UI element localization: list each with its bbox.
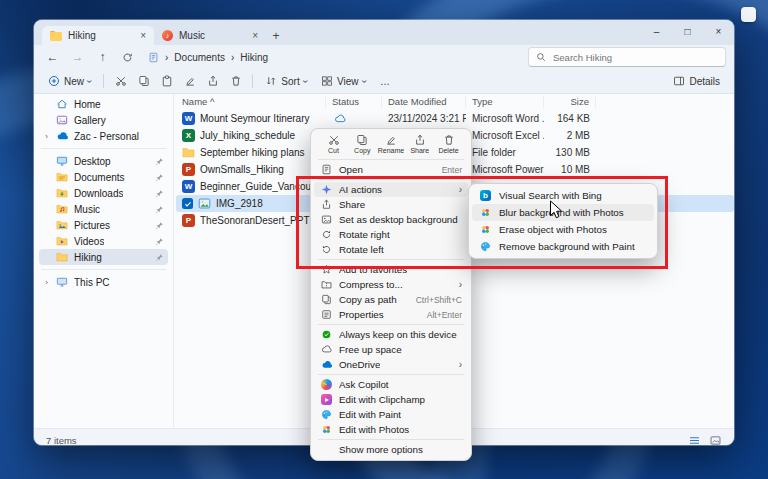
tab-close-icon[interactable]: × — [140, 31, 146, 41]
sidebar-item-home[interactable]: Home — [39, 96, 168, 112]
view-button[interactable]: View › — [315, 73, 372, 89]
sort-button-label: Sort — [281, 76, 299, 87]
file-name: Beginner_Guide_Vancouver — [200, 181, 325, 192]
file-size: 10 MB — [544, 164, 596, 175]
menu-item-compress-to[interactable]: Compress to... › — [314, 277, 468, 292]
menu-item-rotate-left[interactable]: Rotate left — [314, 242, 468, 257]
refresh-icon[interactable] — [117, 47, 138, 67]
this-pc-icon — [55, 276, 69, 288]
properties-icon — [320, 309, 333, 320]
quick-copy-button[interactable]: Copy — [349, 134, 376, 154]
details-pane-button[interactable]: Details — [667, 73, 726, 89]
paste-icon[interactable] — [156, 72, 177, 91]
submenu-item-erase-object-photos[interactable]: Erase object with Photos — [472, 221, 654, 238]
quick-rename-button[interactable]: Rename — [378, 134, 405, 154]
folder-icon — [50, 31, 62, 41]
sidebar-item-gallery[interactable]: Gallery — [39, 112, 168, 128]
new-button[interactable]: New › — [42, 73, 97, 89]
sidebar-item-desktop[interactable]: Desktop — [39, 153, 168, 169]
file-name: July_hiking_schedule — [200, 130, 295, 141]
desktop-icon — [55, 155, 69, 167]
details-view-icon[interactable] — [688, 434, 701, 446]
menu-item-edit-with-clipchamp[interactable]: Edit with Clipchamp — [314, 392, 468, 407]
column-header-name[interactable]: Name ^ — [176, 96, 326, 108]
menu-item-open[interactable]: Open Enter — [314, 162, 468, 177]
breadcrumb-documents[interactable]: Documents — [174, 52, 225, 63]
sidebar-item-label: Home — [74, 99, 101, 110]
sidebar-item-videos[interactable]: Videos — [39, 233, 168, 249]
new-tab-button[interactable]: + — [266, 26, 286, 45]
onedrive-icon — [320, 359, 333, 371]
shortcut: Alt+Enter — [421, 310, 462, 320]
menu-item-onedrive[interactable]: OneDrive › — [314, 357, 468, 372]
submenu-item-blur-background-photos[interactable]: Blur background with Photos — [472, 204, 654, 221]
menu-item-add-to-favorites[interactable]: Add to favorites — [314, 262, 468, 277]
menu-item-share[interactable]: Share — [314, 197, 468, 212]
share-icon — [320, 199, 333, 210]
chevron-right-icon[interactable]: › — [43, 132, 50, 141]
menu-item-set-as-desktop-background[interactable]: Set as desktop background — [314, 212, 468, 227]
large-icons-view-icon[interactable] — [709, 434, 722, 446]
submenu-item-remove-background-paint[interactable]: Remove background with Paint — [472, 238, 654, 255]
open-icon — [320, 164, 333, 175]
forward-icon[interactable]: → — [67, 47, 88, 67]
minimize-button[interactable]: – — [641, 20, 672, 42]
menu-item-properties[interactable]: Properties Alt+Enter — [314, 307, 468, 322]
column-header-size[interactable]: Size — [544, 96, 596, 108]
menu-item-copy-as-path[interactable]: Copy as path Ctrl+Shift+C — [314, 292, 468, 307]
quick-share-button[interactable]: Share — [406, 134, 433, 154]
tab-label: Music — [179, 30, 205, 41]
sidebar-item-documents[interactable]: Documents — [39, 169, 168, 185]
checkbox-checked-icon[interactable] — [182, 198, 193, 209]
tab-close-icon[interactable]: × — [252, 31, 258, 41]
cut-icon[interactable] — [110, 72, 131, 91]
sidebar-item-this-pc[interactable]: › This PC — [39, 274, 168, 290]
column-header-status[interactable]: Status — [326, 96, 382, 108]
sidebar-item-label: Music — [74, 204, 100, 215]
maximize-button[interactable]: □ — [672, 20, 703, 42]
quick-delete-button[interactable]: Delete — [435, 134, 462, 154]
delete-icon[interactable] — [225, 72, 246, 91]
sidebar-item-music[interactable]: Music — [39, 201, 168, 217]
sidebar-item-hiking[interactable]: Hiking — [39, 249, 168, 265]
sort-button[interactable]: Sort › — [259, 73, 313, 89]
tab-music[interactable]: ♪ Music × — [154, 26, 266, 45]
sidebar-item-label: This PC — [74, 277, 110, 288]
breadcrumb-hiking[interactable]: Hiking — [240, 52, 268, 63]
share-icon[interactable] — [202, 72, 223, 91]
menu-item-free-up-space[interactable]: Free up space — [314, 342, 468, 357]
command-bar: New › Sor — [34, 69, 734, 94]
sidebar-item-pictures[interactable]: Pictures — [39, 217, 168, 233]
up-icon[interactable]: ↑ — [92, 47, 113, 67]
chevron-right-icon[interactable]: › — [43, 278, 50, 287]
sidebar-item-downloads[interactable]: Downloads — [39, 185, 168, 201]
sidebar-separator — [41, 148, 166, 149]
menu-item-ask-copilot[interactable]: Ask Copilot — [314, 377, 468, 392]
sidebar-item-onedrive[interactable]: › Zac - Personal — [39, 128, 168, 144]
search-box[interactable] — [528, 47, 726, 67]
more-options-button[interactable]: … — [374, 74, 396, 89]
menu-item-edit-with-paint[interactable]: Edit with Paint — [314, 407, 468, 422]
column-header-type[interactable]: Type — [466, 96, 544, 108]
wallpaper-icon — [320, 214, 333, 225]
copy-path-icon — [320, 294, 333, 305]
menu-separator — [318, 159, 464, 160]
menu-item-always-keep-on-device[interactable]: Always keep on this device — [314, 327, 468, 342]
menu-item-edit-with-photos[interactable]: Edit with Photos — [314, 422, 468, 437]
quick-cut-button[interactable]: Cut — [320, 134, 347, 154]
tab-hiking[interactable]: Hiking × — [42, 26, 154, 45]
close-button[interactable]: × — [703, 20, 734, 42]
copy-icon[interactable] — [133, 72, 154, 91]
rename-icon[interactable] — [179, 72, 200, 91]
shortcut: Ctrl+Shift+C — [410, 295, 462, 305]
column-header-date[interactable]: Date Modified — [382, 96, 466, 108]
file-row-mount-seymour[interactable]: W Mount Seymour Itinerary 23/11/2024 3:2… — [176, 110, 734, 127]
menu-item-show-more-options[interactable]: Show more options — [314, 442, 468, 457]
menu-separator — [318, 259, 464, 260]
menu-item-ai-actions[interactable]: AI actions › — [314, 182, 468, 197]
search-input[interactable] — [551, 51, 718, 64]
menu-item-rotate-right[interactable]: Rotate right — [314, 227, 468, 242]
submenu-item-visual-search-bing[interactable]: b Visual Search with Bing — [472, 187, 654, 204]
back-icon[interactable]: ← — [42, 47, 63, 67]
image-file-icon — [198, 197, 211, 210]
